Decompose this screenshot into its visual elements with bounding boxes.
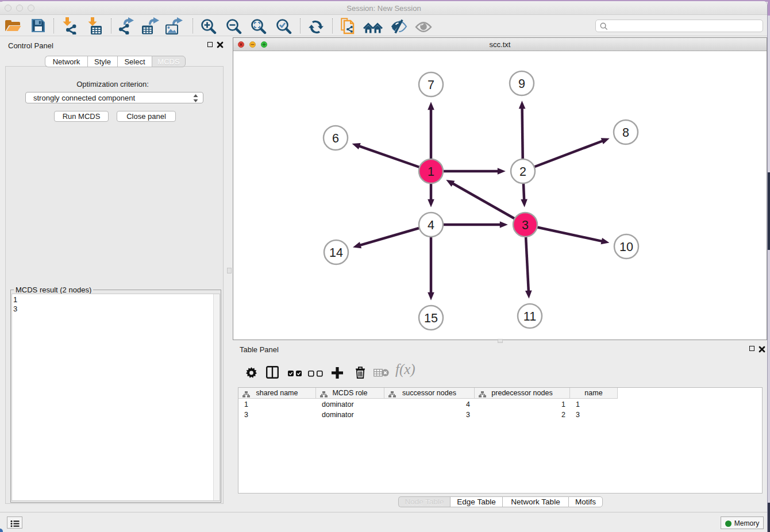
svg-text:7: 7 — [428, 78, 434, 92]
svg-text:1: 1 — [428, 165, 434, 179]
svg-text:4: 4 — [428, 218, 434, 232]
svg-text:10: 10 — [619, 240, 633, 254]
svg-text:11: 11 — [523, 310, 536, 323]
svg-text:3: 3 — [522, 218, 529, 232]
svg-text:2: 2 — [519, 165, 526, 179]
svg-text:8: 8 — [622, 126, 629, 140]
svg-text:14: 14 — [329, 246, 343, 260]
svg-text:6: 6 — [332, 132, 339, 145]
svg-text:15: 15 — [424, 311, 438, 325]
svg-text:9: 9 — [518, 77, 525, 91]
